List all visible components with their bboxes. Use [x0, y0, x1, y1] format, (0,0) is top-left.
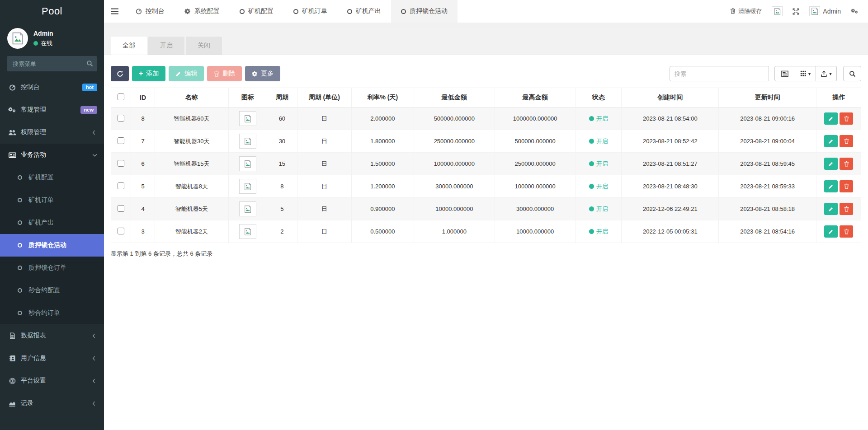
filter-tab-0[interactable]: 全部 — [111, 37, 147, 55]
sidebar-item-0[interactable]: 控制台hot — [0, 76, 104, 98]
navbar-right: 清除缓存 Admin — [730, 0, 868, 23]
circle-icon — [14, 311, 25, 315]
column-header-1[interactable]: 名称 — [155, 88, 229, 108]
cell-select — [111, 130, 131, 153]
sidebar-item-5[interactable]: 用户信息 — [0, 347, 104, 369]
language-broken-image-icon[interactable] — [772, 6, 783, 16]
delete-button[interactable]: 删除 — [207, 66, 242, 81]
sidebar-item-3[interactable]: 业务活动 — [0, 144, 104, 166]
cell-select — [111, 153, 131, 175]
column-header-4[interactable]: 周期 (单位) — [297, 88, 351, 108]
sidebar-item-6[interactable]: 平台设置 — [0, 369, 104, 392]
column-header-5[interactable]: 利率% (天) — [351, 88, 414, 108]
row-edit-button[interactable] — [824, 203, 838, 215]
broken-image-icon — [239, 111, 256, 126]
row-edit-button[interactable] — [824, 112, 838, 125]
select-all-checkbox[interactable] — [118, 93, 124, 100]
column-header-2[interactable]: 图标 — [228, 88, 267, 108]
filter-tab-1[interactable]: 开启 — [148, 37, 184, 55]
column-header-9[interactable]: 创建时间 — [622, 88, 719, 108]
column-header-10[interactable]: 更新时间 — [719, 88, 816, 108]
row-checkbox[interactable] — [118, 182, 124, 189]
column-header-11[interactable]: 操作 — [816, 88, 861, 108]
row-delete-button[interactable] — [840, 225, 853, 238]
topbar-tab-5[interactable]: 质押锁仓活动 — [391, 0, 458, 23]
row-edit-button[interactable] — [824, 180, 838, 192]
column-header-3[interactable]: 周期 — [267, 88, 297, 108]
row-delete-button[interactable] — [840, 135, 853, 147]
sidebar-search-input[interactable] — [7, 56, 97, 71]
settings-gears-icon[interactable] — [851, 8, 859, 14]
cell-period-unit: 日 — [297, 220, 351, 243]
add-button[interactable]: + 添加 — [132, 66, 165, 81]
panel-body: + 添加 编辑 删除 更多 — [104, 55, 868, 430]
row-checkbox[interactable] — [118, 115, 124, 122]
topbar-tab-4[interactable]: 矿机产出 — [337, 0, 391, 23]
columns-dropdown-button[interactable]: ▾ — [795, 66, 816, 81]
chevron-left-icon — [92, 401, 97, 406]
search-toggle-button[interactable] — [843, 66, 861, 81]
table-row: 4智能机器5天5日0.90000010000.00000030000.00000… — [111, 198, 861, 220]
cell-period: 15 — [267, 153, 297, 175]
export-dropdown-button[interactable]: ▾ — [816, 66, 837, 81]
cell-select — [111, 198, 131, 220]
fullscreen-icon[interactable] — [793, 8, 799, 15]
column-header-0[interactable]: ID — [131, 88, 155, 108]
cell-max-amount: 10000.000000 — [495, 220, 576, 243]
sidebar-subitem-1[interactable]: 矿机订单 — [0, 189, 104, 211]
clear-cache-button[interactable]: 清除缓存 — [730, 7, 762, 15]
column-header-7[interactable]: 最高金额 — [495, 88, 576, 108]
sidebar-subitem-2[interactable]: 矿机产出 — [0, 211, 104, 234]
sidebar-item-4[interactable]: 数据报表 — [0, 324, 104, 347]
row-delete-button[interactable] — [840, 112, 853, 125]
row-delete-button[interactable] — [840, 180, 853, 192]
topbar-tab-3[interactable]: 矿机订单 — [283, 0, 337, 23]
topbar-tab-label: 矿机订单 — [302, 7, 327, 15]
row-delete-button[interactable] — [840, 158, 853, 170]
sidebar-subitem-4[interactable]: 质押锁仓订单 — [0, 257, 104, 279]
topbar-tab-1[interactable]: 系统配置 — [175, 0, 230, 23]
table-search-input[interactable] — [670, 66, 769, 81]
online-dot-icon — [33, 41, 38, 46]
sidebar-submenu: 矿机配置矿机订单矿机产出质押锁仓活动质押锁仓订单秒合约配置秒合约订单 — [0, 166, 104, 324]
cell-status: 开启 — [576, 175, 622, 198]
edit-button[interactable]: 编辑 — [169, 66, 204, 81]
menu-toggle-icon[interactable] — [104, 0, 126, 23]
navbar-user-menu[interactable]: Admin — [809, 6, 841, 16]
sidebar-subitem-0[interactable]: 矿机配置 — [0, 166, 104, 189]
sidebar-subitem-label: 秒合约配置 — [28, 286, 60, 294]
row-checkbox[interactable] — [118, 137, 124, 144]
row-checkbox[interactable] — [118, 228, 124, 234]
status-badge: 开启 — [589, 137, 608, 145]
chevron-left-icon — [92, 333, 97, 338]
refresh-button[interactable] — [111, 66, 129, 81]
row-edit-button[interactable] — [824, 135, 838, 147]
row-checkbox[interactable] — [118, 160, 124, 167]
more-button[interactable]: 更多 — [245, 66, 280, 81]
row-checkbox[interactable] — [118, 205, 124, 212]
column-header-8[interactable]: 状态 — [576, 88, 622, 108]
topbar-tabs: 控制台系统配置矿机配置矿机订单矿机产出质押锁仓活动 — [126, 0, 458, 23]
topbar-tab-2[interactable]: 矿机配置 — [230, 0, 283, 23]
cell-name: 智能机器60天 — [155, 108, 229, 130]
cell-period: 2 — [267, 220, 297, 243]
sidebar-item-2[interactable]: 权限管理 — [0, 121, 104, 144]
app-logo[interactable]: Pool — [0, 0, 104, 23]
column-header-6[interactable]: 最低金额 — [414, 88, 495, 108]
clear-cache-label: 清除缓存 — [738, 7, 762, 15]
topbar-tab-0[interactable]: 控制台 — [126, 0, 175, 23]
page: 全部开启关闭 + 添加 编辑 删 — [104, 23, 868, 430]
sidebar-subitem-5[interactable]: 秒合约配置 — [0, 279, 104, 302]
circle-icon — [14, 288, 25, 293]
row-edit-button[interactable] — [824, 225, 838, 238]
sidebar-item-1[interactable]: 常规管理new — [0, 98, 104, 121]
row-edit-button[interactable] — [824, 158, 838, 170]
sidebar-item-7[interactable]: 记录 — [0, 392, 104, 415]
row-delete-button[interactable] — [840, 203, 853, 215]
sidebar-subitem-6[interactable]: 秒合约订单 — [0, 302, 104, 324]
status-badge: 开启 — [589, 182, 608, 191]
cell-status: 开启 — [576, 130, 622, 153]
sidebar-subitem-3[interactable]: 质押锁仓活动 — [0, 234, 104, 257]
list-view-button[interactable] — [774, 66, 795, 81]
filter-tab-2[interactable]: 关闭 — [186, 37, 222, 55]
